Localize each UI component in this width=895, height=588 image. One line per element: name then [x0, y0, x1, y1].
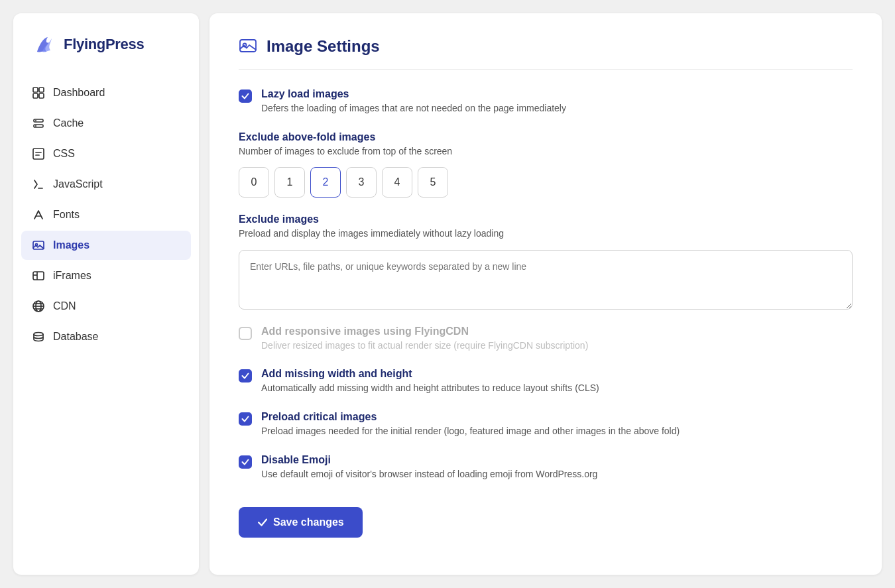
check-icon: [241, 92, 249, 100]
missing-dimensions-checkbox[interactable]: [239, 369, 252, 382]
sidebar-label-cdn: CDN: [53, 300, 76, 312]
preload-critical-setting: Preload critical images Preload images n…: [239, 411, 853, 438]
missing-dimensions-text: Add missing width and height Automatical…: [261, 368, 599, 395]
exclude-above-fold-label: Exclude above-fold images: [239, 131, 853, 143]
preload-critical-desc: Preload images needed for the initial re…: [261, 425, 680, 438]
sidebar-label-javascript: JavaScript: [53, 178, 103, 190]
check-icon: [241, 415, 249, 423]
responsive-images-text: Add responsive images using FlyingCDN De…: [261, 325, 588, 353]
page-header-icon: [239, 37, 257, 56]
main-content: Image Settings Lazy load images Defers t…: [209, 13, 882, 575]
exclude-above-fold-setting: Exclude above-fold images Number of imag…: [239, 131, 853, 198]
sidebar-label-fonts: Fonts: [53, 209, 80, 221]
preload-critical-text: Preload critical images Preload images n…: [261, 411, 680, 438]
lazy-load-label: Lazy load images: [261, 88, 566, 100]
save-button[interactable]: Save changes: [239, 507, 363, 538]
database-icon: [32, 330, 45, 343]
responsive-images-setting: Add responsive images using FlyingCDN De…: [239, 325, 853, 353]
sidebar-item-cdn[interactable]: CDN: [21, 292, 191, 321]
svg-rect-3: [39, 93, 44, 98]
logo: FlyingPress: [13, 32, 199, 78]
exclude-images-setting: Exclude images Preload and display the i…: [239, 213, 853, 310]
sidebar-item-fonts[interactable]: Fonts: [21, 200, 191, 229]
missing-dimensions-setting: Add missing width and height Automatical…: [239, 368, 853, 395]
sidebar-item-iframes[interactable]: iFrames: [21, 261, 191, 290]
sidebar-item-javascript[interactable]: JavaScript: [21, 170, 191, 199]
num-btn-3[interactable]: 3: [346, 167, 377, 198]
num-btn-1[interactable]: 1: [274, 167, 305, 198]
dashboard-icon: [32, 86, 45, 99]
svg-rect-0: [33, 88, 38, 92]
exclude-images-textarea[interactable]: [239, 250, 853, 310]
logo-icon: [32, 32, 57, 57]
page-header: Image Settings: [239, 37, 853, 70]
disable-emoji-setting: Disable Emoji Use default emoji of visit…: [239, 454, 853, 481]
lazy-load-checkbox[interactable]: [239, 89, 252, 103]
num-btn-0[interactable]: 0: [239, 167, 269, 198]
sidebar: FlyingPress Dashboard: [13, 13, 199, 575]
disable-emoji-desc: Use default emoji of visitor's browser i…: [261, 468, 597, 481]
sidebar-label-cache: Cache: [53, 117, 84, 129]
sidebar-item-css[interactable]: CSS: [21, 139, 191, 168]
missing-dimensions-label: Add missing width and height: [261, 368, 599, 380]
disable-emoji-checkbox[interactable]: [239, 455, 252, 469]
sidebar-label-database: Database: [53, 331, 99, 343]
lazy-load-desc: Defers the loading of images that are no…: [261, 102, 566, 115]
check-icon: [241, 458, 249, 466]
num-btn-4[interactable]: 4: [382, 167, 412, 198]
cdn-icon: [32, 300, 45, 313]
sidebar-label-iframes: iFrames: [53, 270, 91, 282]
fonts-icon: [32, 208, 45, 221]
sidebar-label-dashboard: Dashboard: [53, 87, 105, 99]
svg-rect-2: [33, 93, 38, 98]
num-btn-2[interactable]: 2: [310, 167, 341, 198]
lazy-load-text: Lazy load images Defers the loading of i…: [261, 88, 566, 115]
responsive-images-label: Add responsive images using FlyingCDN: [261, 325, 588, 337]
responsive-images-desc: Deliver resized images to fit actual ren…: [261, 339, 588, 353]
disable-emoji-text: Disable Emoji Use default emoji of visit…: [261, 454, 597, 481]
check-icon: [241, 372, 249, 380]
svg-rect-11: [33, 272, 44, 280]
svg-rect-1: [39, 88, 44, 92]
save-button-label: Save changes: [273, 516, 344, 528]
exclude-images-label: Exclude images: [239, 213, 853, 225]
number-selector: 0 1 2 3 4 5: [239, 167, 853, 198]
checkmark-icon: [257, 517, 268, 528]
javascript-icon: [32, 178, 45, 191]
missing-dimensions-desc: Automatically add missing width and heig…: [261, 382, 599, 395]
exclude-above-fold-desc: Number of images to exclude from top of …: [239, 145, 853, 158]
iframes-icon: [32, 269, 45, 282]
sidebar-nav: Dashboard Cache CSS: [13, 78, 199, 351]
sidebar-item-dashboard[interactable]: Dashboard: [21, 78, 191, 107]
sidebar-label-images: Images: [53, 239, 90, 251]
responsive-images-checkbox[interactable]: [239, 327, 252, 340]
app-name: FlyingPress: [64, 36, 144, 53]
sidebar-item-images[interactable]: Images: [21, 231, 191, 260]
page-title: Image Settings: [267, 37, 380, 56]
cache-icon: [32, 117, 45, 130]
svg-point-19: [34, 333, 43, 336]
disable-emoji-label: Disable Emoji: [261, 454, 597, 466]
sidebar-item-database[interactable]: Database: [21, 322, 191, 351]
lazy-load-setting: Lazy load images Defers the loading of i…: [239, 88, 853, 115]
sidebar-item-cache[interactable]: Cache: [21, 109, 191, 138]
sidebar-label-css: CSS: [53, 148, 75, 160]
exclude-images-desc: Preload and display the images immediate…: [239, 227, 853, 241]
svg-rect-9: [33, 241, 44, 249]
images-icon: [32, 239, 45, 252]
svg-rect-8: [33, 148, 44, 159]
preload-critical-label: Preload critical images: [261, 411, 680, 423]
num-btn-5[interactable]: 5: [418, 167, 448, 198]
css-icon: [32, 147, 45, 160]
preload-critical-checkbox[interactable]: [239, 412, 252, 426]
